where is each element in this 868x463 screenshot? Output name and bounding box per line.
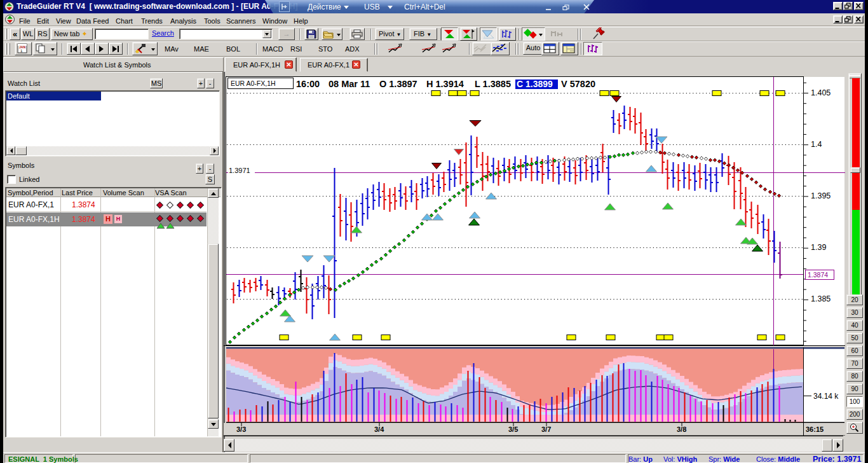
svg-text:1.3971: 1.3971 [229, 167, 250, 174]
svg-text:36:15: 36:15 [806, 425, 824, 433]
svg-text:V 57820: V 57820 [561, 79, 595, 89]
svg-text:08 Mar 11: 08 Mar 11 [329, 79, 370, 89]
svg-text:3/5: 3/5 [508, 425, 518, 433]
svg-text:C 1.3899: C 1.3899 [517, 79, 553, 89]
svg-text:34.14 k: 34.14 k [813, 392, 839, 401]
svg-text:EUR A0-FX,1H: EUR A0-FX,1H [231, 79, 276, 87]
svg-text:1.405: 1.405 [811, 88, 831, 97]
svg-text:16:00: 16:00 [296, 79, 320, 89]
svg-text:O 1.3897: O 1.3897 [379, 79, 417, 89]
svg-text:1.4: 1.4 [811, 140, 822, 149]
svg-text:1.395: 1.395 [811, 191, 831, 200]
svg-text:3/4: 3/4 [374, 425, 384, 433]
svg-text:1.39: 1.39 [811, 243, 826, 252]
svg-text:1.385: 1.385 [811, 294, 831, 303]
svg-text:3/7: 3/7 [541, 425, 551, 433]
svg-text:3/3: 3/3 [236, 425, 246, 433]
svg-text:1.3874: 1.3874 [808, 271, 828, 279]
svg-text:H 1.3914: H 1.3914 [426, 79, 464, 89]
svg-text:L 1.3885: L 1.3885 [475, 79, 511, 89]
svg-text:3/8: 3/8 [677, 425, 686, 433]
